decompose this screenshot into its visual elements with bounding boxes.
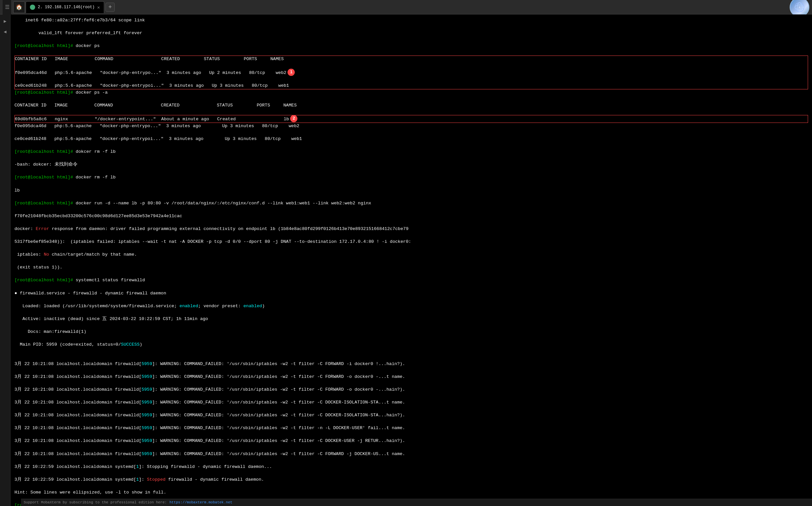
tab-icon — [30, 5, 35, 10]
badge-1: 1 — [288, 69, 295, 76]
browser-chrome: ☰ 🏠 2. 192.168.117.146(root) ✕ + — [0, 0, 812, 14]
sidebar-icon-1[interactable]: ▶ — [1, 17, 9, 25]
main-tab[interactable]: 2. 192.168.117.146(root) ✕ — [26, 1, 104, 13]
sidebar-toggle[interactable]: ☰ — [3, 0, 12, 14]
home-tab[interactable]: 🏠 — [13, 1, 25, 13]
tab-label: 2. 192.168.117.146(root) — [38, 5, 95, 9]
terminal[interactable]: inet6 fe80::a02a:27ff:fef6:e7b3/64 scope… — [10, 14, 812, 506]
tab-bar: 🏠 2. 192.168.117.146(root) ✕ + — [13, 0, 115, 14]
bottom-bar-text: Support MobaXterm by subscribing to the … — [24, 500, 167, 505]
terminal-content: inet6 fe80::a02a:27ff:fef6:e7b3/64 scope… — [14, 17, 808, 506]
bottom-bar-link[interactable]: https://mobaxterm.mobatek.net — [170, 500, 232, 505]
sidebar-icon-2[interactable]: ◀ — [1, 27, 9, 35]
bottom-bar: Support MobaXterm by subscribing to the … — [21, 499, 812, 506]
new-tab-button[interactable]: + — [105, 3, 115, 12]
sidebar: ▶ ◀ — [0, 14, 10, 506]
svg-point-3 — [799, 7, 800, 8]
badge-2: 2 — [290, 115, 298, 122]
tab-close-btn[interactable]: ✕ — [97, 5, 100, 10]
main-layout: ▶ ◀ inet6 fe80::a02a:27ff:fef6:e7b3/64 s… — [0, 14, 812, 506]
logo-svg — [794, 1, 805, 13]
